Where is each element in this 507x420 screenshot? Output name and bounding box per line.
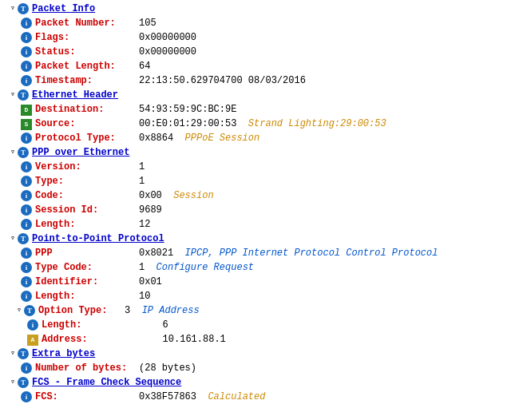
- section-ethernet-header[interactable]: ▿ T Ethernet Header: [0, 88, 507, 102]
- icon-ppp: T: [18, 233, 29, 244]
- label-opt-length: Length:: [42, 319, 145, 331]
- field-length-pppoe: i Length: 12: [0, 217, 507, 232]
- field-packet-length: i Packet Length: 64: [0, 59, 507, 73]
- toggle-extra-bytes[interactable]: ▿: [8, 349, 18, 359]
- section-extra-bytes[interactable]: ▿ T Extra bytes: [0, 347, 507, 361]
- label-destination: Destination:: [35, 104, 139, 115]
- label-type: Type:: [35, 176, 139, 187]
- value-packet-number: 105: [139, 18, 156, 29]
- label-flags: Flags:: [35, 32, 139, 43]
- label-num-bytes: Number of bytes:: [35, 363, 139, 374]
- value-length-ppp: 10: [139, 291, 150, 302]
- value-packet-length: 64: [139, 61, 150, 72]
- label-protocol-type: Protocol Type:: [35, 133, 139, 144]
- icon-ppp-field: i: [21, 248, 32, 259]
- field-length-ppp: i Length: 10: [0, 289, 507, 303]
- label-session-id: Session Id:: [35, 204, 139, 216]
- section-ppp-over-ethernet[interactable]: ▿ T PPP over Ethernet: [0, 145, 507, 160]
- value-source-name: Strand Lighting:29:00:53: [248, 118, 386, 129]
- value-protocol-type: 0x8864: [139, 133, 185, 144]
- icon-extra-bytes: T: [18, 348, 29, 359]
- value-ppp: 0x8021: [139, 248, 185, 259]
- icon-address: A: [27, 335, 38, 346]
- toggle-pppoe[interactable]: ▿: [8, 148, 18, 157]
- ppp-header-label: Point-to-Point Protocol: [32, 233, 164, 244]
- toggle-option-type[interactable]: ▿: [14, 306, 24, 315]
- icon-ethernet: T: [18, 89, 29, 101]
- value-option-type-num: 3: [107, 305, 141, 316]
- section-option-type[interactable]: ▿ T Option Type: 3 IP Address: [0, 303, 507, 318]
- toggle-ethernet[interactable]: ▿: [8, 90, 18, 100]
- icon-fcs-field: i: [21, 391, 32, 402]
- value-code-name: Session: [173, 190, 213, 201]
- value-type-code: 1: [139, 262, 156, 273]
- value-length-pppoe: 12: [139, 219, 150, 230]
- value-ppp-name: IPCP, PPP Internet Protocol Control Prot…: [185, 248, 438, 259]
- icon-field: i: [21, 75, 32, 86]
- value-session-id: 9689: [139, 204, 162, 216]
- label-identifier: Identifier:: [35, 276, 139, 287]
- value-source: 00:E0:01:29:00:53: [139, 118, 248, 129]
- field-fcs: i FCS: 0x38F57863 Calculated: [0, 390, 507, 404]
- label-packet-number: Packet Number:: [35, 18, 139, 29]
- value-opt-length: 6: [145, 319, 168, 331]
- label-code: Code:: [35, 190, 139, 201]
- field-num-bytes: i Number of bytes: (28 bytes): [0, 361, 507, 375]
- toggle-packet-info[interactable]: ▿: [8, 4, 18, 14]
- icon-length-pppoe: i: [21, 219, 32, 230]
- icon-session-id: i: [21, 204, 32, 216]
- field-session-id: i Session Id: 9689: [0, 203, 507, 217]
- value-type-code-name: Configure Request: [156, 262, 254, 273]
- value-fcs: 0x38F57863: [139, 391, 208, 402]
- icon-type: i: [21, 176, 32, 187]
- value-status: 0x00000000: [139, 46, 196, 57]
- icon-field: i: [21, 61, 32, 72]
- icon-identifier: i: [21, 276, 32, 287]
- label-option-type: Option Type:: [38, 305, 107, 316]
- fcs-header-label: FCS - Frame Check Sequence: [32, 377, 181, 388]
- icon-option-type: T: [24, 305, 35, 316]
- label-timestamp: Timestamp:: [35, 75, 139, 86]
- field-address: A Address: 10.161.88.1: [0, 332, 507, 347]
- value-destination: 54:93:59:9C:BC:9E: [139, 104, 236, 115]
- field-option-length: i Length: 6: [0, 318, 507, 332]
- value-type: 1: [139, 176, 145, 187]
- icon-num-bytes: i: [21, 363, 32, 374]
- icon-type-code: i: [21, 262, 32, 273]
- toggle-fcs[interactable]: ▿: [8, 378, 18, 387]
- value-code: 0x00: [139, 190, 173, 201]
- toggle-ppp[interactable]: ▿: [8, 234, 18, 244]
- section-fcs[interactable]: ▿ T FCS - Frame Check Sequence: [0, 375, 507, 390]
- field-type-code: i Type Code: 1 Configure Request: [0, 260, 507, 275]
- icon-field: i: [21, 18, 32, 29]
- ethernet-header-label: Ethernet Header: [32, 89, 118, 101]
- value-num-bytes: (28 bytes): [139, 363, 196, 374]
- extra-bytes-header: Extra bytes: [32, 348, 95, 359]
- field-source: S Source: 00:E0:01:29:00:53 Strand Light…: [0, 117, 507, 131]
- section-packet-info[interactable]: ▿ T Packet Info: [0, 2, 507, 16]
- value-option-type-name: IP Address: [142, 305, 200, 316]
- icon-field: i: [21, 32, 32, 43]
- field-destination: D Destination: 54:93:59:9C:BC:9E: [0, 102, 507, 117]
- value-timestamp: 22:13:50.629704700 08/03/2016: [139, 75, 306, 86]
- value-identifier: 0x01: [139, 276, 162, 287]
- icon-source: S: [21, 119, 32, 130]
- field-identifier: i Identifier: 0x01: [0, 275, 507, 289]
- pppoe-header-label: PPP over Ethernet: [32, 147, 129, 158]
- label-source: Source:: [35, 118, 139, 129]
- field-status: i Status: 0x00000000: [0, 45, 507, 59]
- section-ppp[interactable]: ▿ T Point-to-Point Protocol: [0, 232, 507, 246]
- icon-length-ppp: i: [21, 291, 32, 302]
- field-packet-number: i Packet Number: 105: [0, 16, 507, 30]
- value-version: 1: [139, 161, 145, 172]
- icon-fcs: T: [18, 377, 29, 388]
- label-type-code: Type Code:: [35, 262, 139, 273]
- icon-pppoe: T: [18, 147, 29, 158]
- label-packet-length: Packet Length:: [35, 61, 139, 72]
- value-flags: 0x00000000: [139, 32, 196, 43]
- field-flags: i Flags: 0x00000000: [0, 30, 507, 45]
- field-version: i Version: 1: [0, 160, 507, 174]
- label-status: Status:: [35, 46, 139, 57]
- label-version: Version:: [35, 161, 139, 172]
- field-type: i Type: 1: [0, 174, 507, 188]
